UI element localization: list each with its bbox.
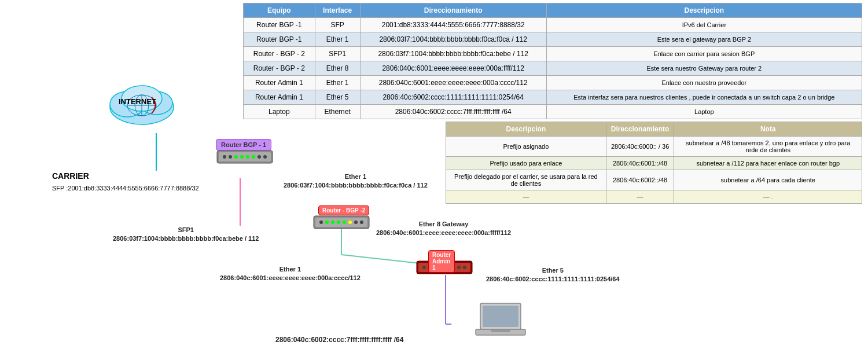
table-cell-desc: IPv6 del Carrier bbox=[546, 18, 862, 32]
ether8-text: Ether 8 Gateway bbox=[419, 221, 469, 227]
svg-point-18 bbox=[234, 155, 238, 159]
svg-point-27 bbox=[325, 221, 329, 224]
ether1-bgp1-label: Ether 1 2806:03f7:1004:bbbb:bbbb:bbbb:f0… bbox=[284, 172, 428, 190]
svg-point-20 bbox=[246, 155, 249, 159]
laptop-addr: 2806:040c:6002:cccc:7fff:ffff:ffff:ffff … bbox=[275, 336, 403, 344]
sec-table-cell-dir: 2806:40c:6002::/48 bbox=[606, 170, 674, 190]
ether8-label: Ether 8 Gateway 2806:040c:6001:eeee:eeee… bbox=[376, 220, 511, 238]
svg-rect-45 bbox=[483, 306, 518, 327]
table-cell-desc: Enlace con nuestro proveedor bbox=[546, 76, 862, 90]
ether1-admin-label: Ether 1 2806:040c:6001:eeee:eeee:eeee:00… bbox=[220, 265, 361, 283]
table-row: ——— . bbox=[446, 190, 862, 204]
ether8-addr: 2806:040c:6001:eeee:eeee:eeee:000a:ffff/… bbox=[376, 229, 511, 236]
internet-label: INTERNET bbox=[119, 97, 156, 106]
router-bgp1-text: Router BGP - 1 bbox=[221, 141, 266, 148]
sec-col-nota: Nota bbox=[674, 122, 862, 137]
ether1-bgp1-addr: 2806:03f7:1004:bbbb:bbbb:bbbb:f0ca:f0ca … bbox=[284, 182, 428, 189]
svg-point-28 bbox=[331, 221, 334, 224]
svg-point-29 bbox=[337, 221, 340, 224]
sec-table-cell-dir: 2806:40c:6000:: / 36 bbox=[606, 137, 674, 157]
secondary-table: Descripcion Direccionamiento Nota Prefij… bbox=[446, 122, 862, 204]
router-admin1-label: Router Admin 1 bbox=[428, 250, 455, 273]
svg-rect-47 bbox=[491, 330, 510, 332]
sfp1-text: SFP1 bbox=[178, 226, 194, 233]
svg-point-36 bbox=[422, 266, 426, 269]
svg-rect-25 bbox=[315, 218, 367, 227]
svg-point-23 bbox=[263, 155, 267, 159]
router-bgp1-label: Router BGP - 1 bbox=[216, 139, 271, 150]
svg-point-30 bbox=[343, 221, 346, 224]
table-cell-desc: Enlace con carrier para sesion BGP bbox=[546, 47, 862, 61]
router-bgp1-device bbox=[216, 148, 274, 170]
sec-table-cell-nota: — . bbox=[674, 190, 862, 204]
svg-point-22 bbox=[258, 155, 261, 159]
sec-table-cell-nota: subnetear a /112 para hacer enlace con r… bbox=[674, 157, 862, 170]
laptop-icon bbox=[475, 300, 527, 343]
ether5-label: Ether 5 2806:40c:6002:cccc:1111:1111:111… bbox=[486, 266, 620, 284]
router-bgp2-device bbox=[312, 214, 370, 233]
table-cell-desc: Este sera el gateway para BGP 2 bbox=[546, 32, 862, 47]
svg-point-31 bbox=[348, 221, 352, 224]
sfp1-addr: 2806:03f7:1004:bbbb:bbbb:bbbb:f0ca:bebe … bbox=[113, 235, 259, 242]
table-cell-desc: Esta interfaz sera para nuestros cliente… bbox=[546, 90, 862, 105]
laptop-addr-label: 2806:040c:6002:cccc:7fff:ffff:ffff:ffff … bbox=[275, 336, 403, 344]
svg-point-17 bbox=[229, 155, 232, 159]
router-admin1-text: Router Admin 1 bbox=[432, 252, 451, 271]
svg-point-33 bbox=[360, 221, 363, 224]
svg-point-42 bbox=[457, 266, 461, 269]
ether5-text: Ether 5 bbox=[542, 267, 564, 274]
sfp1-label: SFP1 2806:03f7:1004:bbbb:bbbb:bbbb:f0ca:… bbox=[113, 226, 259, 244]
router-bgp2-label: Router - BGP -2 bbox=[318, 205, 369, 215]
sec-table-cell-desc: Prefijo usado para enlace bbox=[446, 157, 606, 170]
ether1-admin-text: Ether 1 bbox=[279, 266, 301, 273]
sec-table-cell-dir: — bbox=[606, 190, 674, 204]
table-row: Prefijo delegado por el carrier, se usar… bbox=[446, 170, 862, 190]
carrier-sfp: SFP :2001:db8:3333:4444:5555:6666:7777:8… bbox=[52, 185, 199, 192]
router-bgp2-text: Router - BGP -2 bbox=[322, 207, 365, 214]
ether5-addr: 2806:40c:6002:cccc:1111:1111:1111:0254/6… bbox=[486, 275, 620, 282]
table-row: Prefijo usado para enlace2806:40c:6001::… bbox=[446, 157, 862, 170]
sec-table-cell-desc: Prefijo asignado bbox=[446, 137, 606, 157]
secondary-table-body: Prefijo asignado2806:40c:6000:: / 36subn… bbox=[446, 137, 862, 204]
sec-col-dir: Direccionamiento bbox=[606, 122, 674, 137]
carrier-label: CARRIER SFP :2001:db8:3333:4444:5555:666… bbox=[52, 171, 199, 193]
sec-table-cell-dir: 2806:40c:6001::/48 bbox=[606, 157, 674, 170]
svg-rect-15 bbox=[219, 152, 271, 161]
svg-point-21 bbox=[252, 155, 255, 159]
sec-table-cell-nota: subnetear a /64 para cada cliente bbox=[674, 170, 862, 190]
table-row: Prefijo asignado2806:40c:6000:: / 36subn… bbox=[446, 137, 862, 157]
svg-point-43 bbox=[463, 266, 466, 269]
svg-point-26 bbox=[319, 221, 323, 224]
secondary-table-wrapper: Descripcion Direccionamiento Nota Prefij… bbox=[446, 122, 862, 204]
ether1-admin-addr: 2806:040c:6001:eeee:eeee:eeee:000a:cccc/… bbox=[220, 274, 361, 281]
svg-point-16 bbox=[223, 155, 226, 159]
carrier-text: CARRIER bbox=[52, 171, 89, 181]
svg-point-32 bbox=[354, 221, 358, 224]
ether1-bgp1-text: Ether 1 bbox=[345, 173, 366, 180]
sec-table-cell-desc: — bbox=[446, 190, 606, 204]
table-cell-desc: Laptop bbox=[546, 105, 862, 119]
col-header-desc: Descripcion bbox=[546, 3, 862, 18]
diagram: INTERNET CARRIER SFP :2001:db8:3333:4444… bbox=[0, 0, 451, 360]
sec-col-desc: Descripcion bbox=[446, 122, 606, 137]
table-cell-desc: Este sera nuestro Gateway para router 2 bbox=[546, 61, 862, 76]
svg-point-19 bbox=[240, 155, 244, 159]
sec-table-cell-nota: subnetear a /48 tomaremos 2, uno para en… bbox=[674, 137, 862, 157]
sec-table-cell-desc: Prefijo delegado por el carrier, se usar… bbox=[446, 170, 606, 190]
